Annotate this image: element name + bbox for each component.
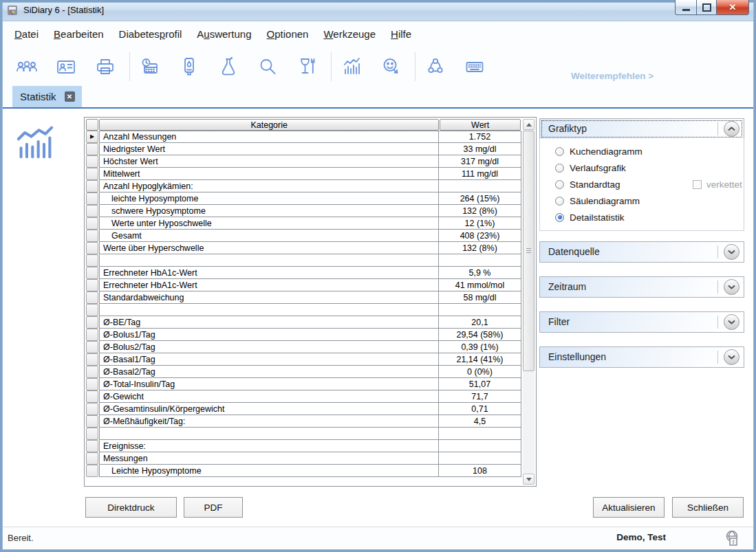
scroll-down-button[interactable]	[523, 474, 534, 485]
value-cell[interactable]: 29,54 (58%)	[439, 329, 521, 341]
value-cell[interactable]: 51,07	[439, 378, 521, 390]
direktdruck-button[interactable]: Direktdruck	[85, 497, 177, 518]
radio-icon[interactable]	[555, 164, 564, 173]
table-row[interactable]: Ø-BE/Tag20,1	[86, 316, 521, 329]
table-row[interactable]: Ø-Basal2/Tag0 (0%)	[86, 366, 521, 378]
table-row[interactable]: Ø-Bolus2/Tag0,39 (1%)	[86, 341, 521, 353]
panel-header-einstellungen[interactable]: Einstellungen	[539, 346, 744, 368]
value-cell[interactable]: 58 mg/dl	[439, 291, 521, 304]
radio-option-detailstatistik[interactable]: Detailstatistik	[555, 210, 625, 224]
value-cell[interactable]: 108	[439, 465, 521, 477]
radio-option-kuchendiagramm[interactable]: Kuchendiagramm	[555, 144, 642, 158]
smiley-export-icon[interactable]	[379, 54, 402, 79]
table-row[interactable]	[86, 428, 521, 440]
row-header[interactable]	[86, 242, 98, 254]
value-cell[interactable]	[439, 428, 521, 440]
tab-statistik[interactable]: Statistik ✕	[12, 86, 82, 107]
row-header[interactable]	[86, 316, 98, 329]
category-cell[interactable]: schwere Hyposymptome	[99, 205, 439, 217]
table-row[interactable]: Ereignisse:	[86, 440, 521, 452]
users-icon[interactable]	[15, 54, 39, 79]
table-row[interactable]: Standardabweichung58 mg/dl	[86, 291, 521, 304]
menu-item-hilfe[interactable]: Hilfe	[391, 28, 411, 40]
value-cell[interactable]	[439, 452, 521, 465]
radio-icon[interactable]	[555, 180, 564, 189]
category-cell[interactable]	[99, 304, 439, 316]
tab-close-icon[interactable]: ✕	[65, 91, 75, 102]
panel-header-datenquelle[interactable]: Datenquelle	[539, 241, 744, 263]
table-row[interactable]: Niedrigster Wert33 mg/dl	[86, 143, 521, 155]
expand-button-datenquelle[interactable]	[724, 244, 739, 260]
category-cell[interactable]: Ø-Total-Insulin/Tag	[99, 378, 439, 390]
search-icon[interactable]	[256, 54, 279, 79]
row-header[interactable]	[86, 366, 98, 378]
menu-item-bearbeiten[interactable]: Bearbeiten	[54, 28, 104, 40]
aktualisieren-button[interactable]: Aktualisieren	[593, 497, 665, 518]
panel-header-grafiktyp[interactable]: Grafiktyp	[539, 118, 744, 140]
category-cell[interactable]: Mittelwert	[99, 168, 439, 180]
value-cell[interactable]: 33 mg/dl	[439, 143, 521, 155]
row-header[interactable]	[86, 267, 98, 279]
scroll-up-button[interactable]	[523, 119, 534, 130]
glucose-meter-icon[interactable]	[177, 54, 201, 79]
row-header[interactable]	[86, 217, 98, 230]
radio-option-standardtag[interactable]: Standardtag	[555, 177, 620, 191]
row-header[interactable]	[86, 428, 98, 440]
row-header[interactable]	[86, 180, 98, 192]
category-cell[interactable]: Standardabweichung	[99, 291, 439, 304]
category-cell[interactable]: leichte Hyposymptome	[99, 192, 439, 205]
value-cell[interactable]	[439, 304, 521, 316]
share-icon[interactable]	[424, 54, 447, 79]
category-cell[interactable]: Höchster Wert	[99, 155, 439, 168]
value-cell[interactable]	[439, 440, 521, 452]
row-header[interactable]	[86, 155, 98, 168]
expand-button-einstellungen[interactable]	[724, 349, 739, 365]
value-cell[interactable]: 132 (8%)	[439, 205, 521, 217]
table-row[interactable]: Errechneter HbA1c-Wert5,9 %	[86, 267, 521, 279]
verkettet-checkbox-row[interactable]: verkettet	[693, 177, 742, 191]
table-row[interactable]: Ø-Bolus1/Tag29,54 (58%)	[86, 329, 521, 341]
schliessen-button[interactable]: Schließen	[672, 497, 744, 518]
column-header-wert[interactable]: Wert	[440, 119, 521, 131]
value-cell[interactable]: 408 (23%)	[439, 230, 521, 242]
menu-item-optionen[interactable]: Optionen	[267, 28, 309, 40]
category-cell[interactable]: Ø-Bolus2/Tag	[99, 341, 439, 353]
value-cell[interactable]: 0 (0%)	[439, 366, 521, 378]
value-cell[interactable]: 0,39 (1%)	[439, 341, 521, 353]
value-cell[interactable]: 5,9 %	[439, 267, 521, 279]
row-header[interactable]	[86, 254, 98, 267]
radio-option-s-ulendiagramm[interactable]: Säulendiagramm	[555, 194, 640, 208]
scrollbar-thumb[interactable]	[523, 131, 534, 371]
row-header[interactable]	[86, 168, 98, 180]
table-row[interactable]	[86, 304, 521, 316]
minimize-button[interactable]	[675, 0, 697, 15]
table-row[interactable]: Werte über Hyperschwelle132 (8%)	[86, 242, 521, 254]
row-header[interactable]	[86, 230, 98, 242]
category-cell[interactable]: Anzahl Hypoglykämien:	[99, 180, 439, 192]
row-header[interactable]	[86, 143, 98, 155]
row-header[interactable]	[86, 205, 98, 217]
checkbox-icon[interactable]	[693, 180, 702, 189]
category-cell[interactable]: Werte über Hyperschwelle	[99, 242, 439, 254]
category-cell[interactable]	[99, 428, 439, 440]
table-row[interactable]: Mittelwert111 mg/dl	[86, 168, 521, 180]
keyboard-icon[interactable]	[463, 54, 486, 79]
category-cell[interactable]: Errechneter HbA1c-Wert	[99, 279, 439, 291]
radio-icon[interactable]	[555, 147, 564, 156]
row-header[interactable]	[86, 440, 98, 452]
value-cell[interactable]: 317 mg/dl	[439, 155, 521, 168]
category-cell[interactable]: Ø-BE/Tag	[99, 316, 439, 329]
vertical-scrollbar[interactable]	[523, 119, 534, 485]
nutrition-icon[interactable]	[295, 54, 318, 79]
menu-item-werkzeuge[interactable]: Werkzeuge	[323, 28, 376, 40]
printer-icon[interactable]	[94, 54, 117, 79]
category-cell[interactable]: Gesamt	[99, 230, 439, 242]
value-cell[interactable]: 20,1	[439, 316, 521, 329]
panel-header-zeitraum[interactable]: Zeitraum	[539, 276, 744, 298]
table-row[interactable]: leichte Hyposymptome264 (15%)	[86, 192, 521, 205]
table-row[interactable]: Messungen	[86, 452, 521, 465]
value-cell[interactable]: 4,5	[439, 415, 521, 428]
value-cell[interactable]	[439, 180, 521, 192]
row-header[interactable]	[86, 465, 98, 477]
row-header[interactable]	[86, 304, 98, 316]
